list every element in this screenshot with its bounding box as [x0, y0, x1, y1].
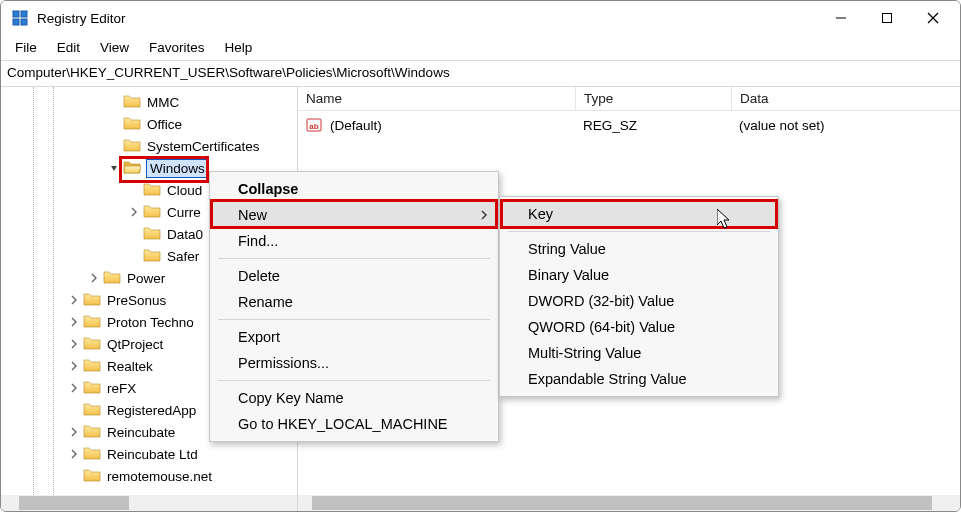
close-button[interactable] — [910, 1, 956, 35]
folder-icon — [83, 379, 107, 398]
menu-item[interactable]: Permissions... — [210, 350, 498, 376]
tree-node[interactable]: Office — [1, 113, 297, 135]
column-name[interactable]: Name — [298, 87, 575, 110]
column-data[interactable]: Data — [731, 87, 960, 110]
tree-node[interactable]: Reincubate Ltd — [1, 443, 297, 465]
menu-item[interactable]: Expandable String Value — [500, 366, 778, 392]
folder-icon — [123, 137, 147, 156]
tree-node[interactable]: remotemouse.net — [1, 465, 297, 487]
tree-node-label: reFX — [107, 381, 136, 396]
value-name: (Default) — [330, 118, 382, 133]
expander-none — [107, 95, 121, 109]
tree-node-label: remotemouse.net — [107, 469, 212, 484]
value-row[interactable]: ab(Default)REG_SZ(value not set) — [298, 113, 960, 137]
column-type[interactable]: Type — [575, 87, 731, 110]
folder-icon — [83, 291, 107, 310]
column-headers[interactable]: Name Type Data — [298, 87, 960, 111]
menu-view[interactable]: View — [90, 37, 139, 58]
menu-item-label: Multi-String Value — [528, 345, 641, 361]
chevron-right-icon — [480, 207, 488, 223]
menu-item-label: Rename — [238, 294, 293, 310]
window-title: Registry Editor — [37, 11, 126, 26]
menu-item-label: Find... — [238, 233, 278, 249]
minimize-button[interactable] — [818, 1, 864, 35]
tree-node[interactable]: MMC — [1, 91, 297, 113]
menu-item-label: Binary Value — [528, 267, 609, 283]
chevron-right-icon[interactable] — [127, 205, 141, 219]
menu-item-label: Delete — [238, 268, 280, 284]
expander-none — [107, 117, 121, 131]
tree-hscroll[interactable] — [1, 495, 297, 511]
tree-node-label: Reincubate — [107, 425, 175, 440]
folder-icon — [83, 357, 107, 376]
tree-node-label: Curre — [167, 205, 201, 220]
folder-icon — [123, 93, 147, 112]
expander-none — [127, 227, 141, 241]
menu-item[interactable]: String Value — [500, 236, 778, 262]
menu-item[interactable]: New — [210, 202, 498, 228]
folder-icon — [143, 203, 167, 222]
menu-separator — [218, 319, 490, 320]
tree-node-label: Data0 — [167, 227, 203, 242]
tree-node-label: Safer — [167, 249, 199, 264]
folder-icon — [123, 115, 147, 134]
tree-node-label: Reincubate Ltd — [107, 447, 198, 462]
menu-item[interactable]: Collapse — [210, 176, 498, 202]
svg-rect-1 — [21, 11, 27, 17]
chevron-right-icon[interactable] — [67, 315, 81, 329]
tree-node-label: Office — [147, 117, 182, 132]
menu-item-label: Go to HKEY_LOCAL_MACHINE — [238, 416, 448, 432]
tree-node[interactable]: SystemCertificates — [1, 135, 297, 157]
chevron-right-icon[interactable] — [67, 359, 81, 373]
svg-rect-0 — [13, 11, 19, 17]
tree-node-label: RegisteredApp — [107, 403, 196, 418]
tree-node-label: Cloud — [167, 183, 202, 198]
menu-item[interactable]: Go to HKEY_LOCAL_MACHINE — [210, 411, 498, 437]
menu-favorites[interactable]: Favorites — [139, 37, 215, 58]
menu-item-label: QWORD (64-bit) Value — [528, 319, 675, 335]
list-hscroll[interactable] — [298, 495, 960, 511]
tree-node-label: Realtek — [107, 359, 153, 374]
svg-text:ab: ab — [309, 122, 318, 131]
menu-item[interactable]: Rename — [210, 289, 498, 315]
menu-item[interactable]: Multi-String Value — [500, 340, 778, 366]
menu-item[interactable]: Delete — [210, 263, 498, 289]
menu-separator — [218, 380, 490, 381]
menu-item[interactable]: Export — [210, 324, 498, 350]
menu-item[interactable]: Key — [500, 201, 778, 227]
string-value-icon: ab — [306, 117, 324, 133]
menu-item[interactable]: DWORD (32-bit) Value — [500, 288, 778, 314]
folder-icon — [83, 313, 107, 332]
folder-icon — [103, 269, 127, 288]
chevron-right-icon[interactable] — [67, 447, 81, 461]
value-name-cell: ab(Default) — [298, 115, 575, 135]
titlebar: Registry Editor — [1, 1, 960, 35]
tree-node-label: Windows — [147, 160, 208, 177]
folder-icon — [83, 467, 107, 486]
menu-edit[interactable]: Edit — [47, 37, 90, 58]
expander-none — [67, 403, 81, 417]
menu-help[interactable]: Help — [215, 37, 263, 58]
menu-item-label: Key — [528, 206, 553, 222]
chevron-right-icon[interactable] — [67, 293, 81, 307]
svg-rect-5 — [883, 14, 892, 23]
chevron-right-icon[interactable] — [87, 271, 101, 285]
menu-item[interactable]: QWORD (64-bit) Value — [500, 314, 778, 340]
expander-none — [107, 139, 121, 153]
folder-icon — [83, 335, 107, 354]
chevron-down-icon[interactable] — [107, 161, 121, 175]
maximize-button[interactable] — [864, 1, 910, 35]
chevron-right-icon[interactable] — [67, 425, 81, 439]
tree-node-label: Proton Techno — [107, 315, 194, 330]
cursor-icon — [717, 209, 733, 231]
menu-item[interactable]: Binary Value — [500, 262, 778, 288]
menu-item[interactable]: Find... — [210, 228, 498, 254]
menu-item[interactable]: Copy Key Name — [210, 385, 498, 411]
path-bar[interactable]: Computer\HKEY_CURRENT_USER\Software\Poli… — [1, 61, 960, 87]
chevron-right-icon[interactable] — [67, 381, 81, 395]
menu-item-label: DWORD (32-bit) Value — [528, 293, 674, 309]
value-data-cell: (value not set) — [731, 116, 960, 135]
tree-node-label: QtProject — [107, 337, 163, 352]
chevron-right-icon[interactable] — [67, 337, 81, 351]
menu-file[interactable]: File — [5, 37, 47, 58]
